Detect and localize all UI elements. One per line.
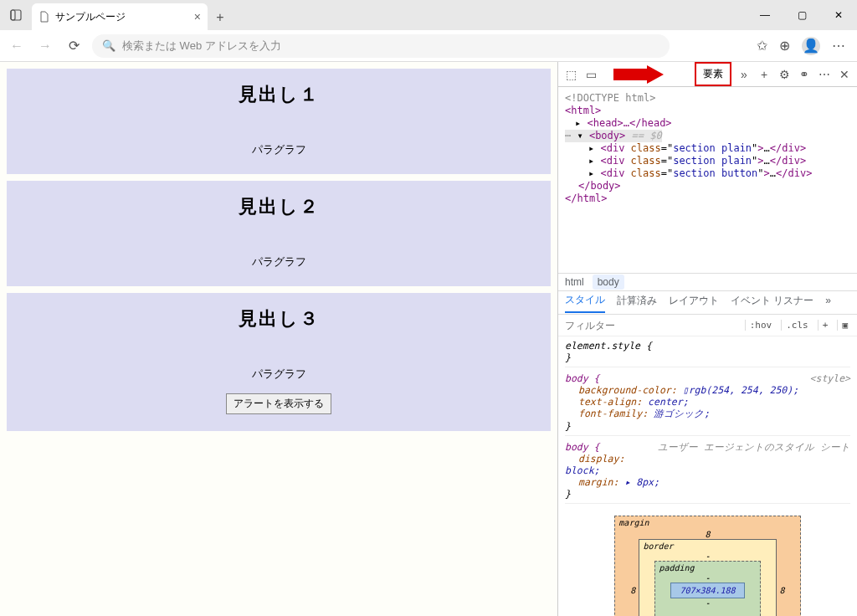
dom-tree[interactable]: <!DOCTYPE html> <html> ▸ <head>…</head> … [558, 87, 857, 273]
elements-tab[interactable]: 要素 [695, 62, 731, 86]
new-tab-button[interactable]: + [208, 5, 233, 30]
close-devtools-icon[interactable]: ✕ [837, 68, 852, 81]
heading-3: 見出し３ [13, 306, 544, 331]
tab-close-button[interactable]: × [194, 10, 201, 23]
more-tabs-icon[interactable]: » [736, 68, 752, 81]
styles-body[interactable]: element.style {} <style> body { backgrou… [558, 336, 857, 616]
paragraph-1: パラグラフ [13, 142, 544, 157]
tab-more[interactable]: » [825, 295, 831, 311]
computed-toggle-icon[interactable]: ▣ [837, 320, 852, 331]
link-icon[interactable]: ⚭ [797, 68, 812, 81]
breadcrumb-html[interactable]: html [565, 276, 584, 288]
tab-styles[interactable]: スタイル [565, 293, 605, 313]
plus-icon[interactable]: + [757, 68, 772, 81]
window-maximize-button[interactable]: ▢ [783, 0, 820, 30]
hov-toggle[interactable]: :hov [745, 320, 777, 331]
document-icon [38, 11, 50, 23]
alert-button[interactable]: アラートを表示する [226, 393, 331, 414]
paragraph-3: パラグラフ [13, 367, 544, 382]
collections-button[interactable]: ⊕ [779, 38, 790, 54]
forward-button[interactable]: → [35, 38, 55, 54]
reload-button[interactable]: ⟳ [64, 38, 84, 54]
styles-tabs: スタイル 計算済み レイアウト イベント リスナー » [558, 291, 857, 315]
inspect-icon[interactable]: ⬚ [563, 68, 578, 81]
profile-button[interactable]: 👤 [802, 37, 820, 55]
omnibox[interactable]: 🔍 検索または Web アドレスを入力 [92, 34, 670, 58]
box-model: margin 8 8 border - padding - 707×384.18… [565, 509, 850, 616]
window-titlebar: サンプルページ × + — ▢ ✕ [0, 0, 857, 30]
browser-tab[interactable]: サンプルページ × [32, 3, 208, 30]
section-3: 見出し３ パラグラフ アラートを表示する [7, 293, 551, 431]
section-2: 見出し２ パラグラフ [7, 181, 551, 286]
search-icon: 🔍 [102, 39, 115, 52]
settings-icon[interactable]: ⚙ [777, 68, 792, 81]
window-close-button[interactable]: ✕ [820, 0, 857, 30]
menu-button[interactable]: ⋯ [832, 38, 845, 54]
breadcrumb-body[interactable]: body [593, 275, 624, 290]
svg-rect-0 [11, 10, 21, 20]
styles-filter-input[interactable] [558, 320, 745, 331]
tab-layout[interactable]: レイアウト [669, 294, 719, 312]
svg-rect-1 [11, 10, 15, 20]
paragraph-2: パラグラフ [13, 254, 544, 270]
devtools-toolbar: ⬚ ▭ 要素 » + ⚙ ⚭ ⋯ ✕ [558, 62, 857, 87]
annotation-arrow [613, 65, 664, 86]
cls-toggle[interactable]: .cls [781, 320, 813, 331]
breadcrumb[interactable]: html body [558, 273, 857, 291]
favorites-button[interactable]: ✩ [757, 38, 767, 54]
heading-1: 見出し１ [13, 82, 544, 107]
svg-marker-2 [613, 65, 664, 84]
window-minimize-button[interactable]: — [747, 0, 783, 30]
tab-title: サンプルページ [55, 10, 126, 24]
url-bar: ← → ⟳ 🔍 検索または Web アドレスを入力 ✩ ⊕ 👤 ⋯ [0, 30, 857, 62]
devtools-panel: ⬚ ▭ 要素 » + ⚙ ⚭ ⋯ ✕ <!DOCTYPE html> <html… [557, 62, 857, 616]
device-icon[interactable]: ▭ [583, 68, 598, 81]
back-button[interactable]: ← [7, 38, 27, 54]
tab-listeners[interactable]: イベント リスナー [731, 294, 813, 312]
section-1: 見出し１ パラグラフ [7, 69, 551, 174]
tab-actions-button[interactable] [0, 0, 32, 30]
tab-computed[interactable]: 計算済み [617, 294, 657, 312]
heading-2: 見出し２ [13, 194, 544, 219]
page-content: 見出し１ パラグラフ 見出し２ パラグラフ 見出し３ パラグラフ アラートを表示… [0, 62, 557, 616]
omnibox-placeholder: 検索または Web アドレスを入力 [122, 38, 281, 54]
styles-filter-row: :hov .cls + ▣ [558, 315, 857, 336]
overflow-icon[interactable]: ⋯ [817, 68, 832, 81]
new-rule-button[interactable]: + [818, 320, 833, 331]
